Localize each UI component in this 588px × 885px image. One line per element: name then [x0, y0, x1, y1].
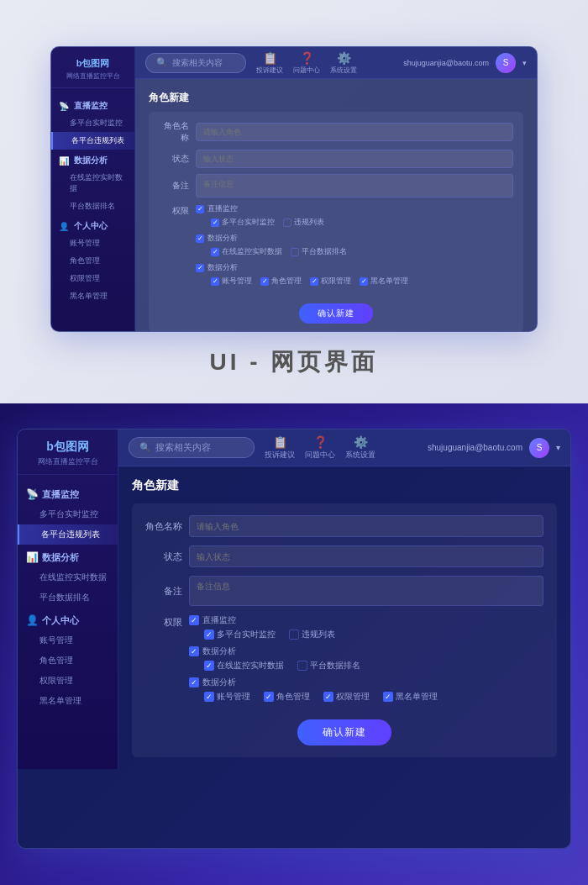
checkbox-realtime[interactable]: ✓: [211, 248, 219, 256]
avatar: S: [496, 53, 516, 73]
search-box[interactable]: 🔍 搜索相关内容: [145, 53, 246, 73]
sidebar-item-ranking[interactable]: 平台数据排名: [51, 198, 134, 215]
large-sidebar-item-multiplatform[interactable]: 多平台实时监控: [18, 504, 118, 524]
large-remark-input[interactable]: [189, 576, 543, 606]
checkbox-violations[interactable]: [283, 219, 291, 227]
large-browser-window: b包图网 网络直播监控平台 📡 直播监控 多平台实时监控 各平台违规列表 📊 数…: [17, 429, 571, 849]
large-search-box[interactable]: 🔍 搜索相关内容: [129, 437, 255, 458]
perm-child-account: ✓ 账号管理: [211, 276, 252, 287]
checkbox-role[interactable]: ✓: [260, 277, 269, 286]
large-checkbox-violations[interactable]: [289, 630, 299, 640]
large-perm-text-realtime: 在线监控实时数据: [217, 660, 284, 672]
large-perm-child-ranking: 平台数据排名: [297, 660, 360, 672]
large-page-title: 角色新建: [132, 478, 557, 493]
large-nav-settings[interactable]: ⚙️ 系统设置: [345, 435, 375, 461]
sidebar-item-realtime[interactable]: 在线监控实时数据: [51, 169, 134, 198]
large-name-row: 角色名称: [145, 515, 543, 537]
large-name-input[interactable]: [189, 515, 543, 537]
large-checkbox-realtime[interactable]: ✓: [204, 661, 214, 671]
perm-text-realtime: 在线监控实时数据: [222, 246, 282, 257]
top-section: b包图网 网络直播监控平台 📡 直播监控 多平台实时监控 各平台违规列表 📊 数…: [0, 0, 588, 403]
checkbox-perm[interactable]: ✓: [310, 277, 318, 286]
livestream-icon: 📡: [58, 100, 70, 112]
submit-button[interactable]: 确认新建: [299, 303, 373, 324]
nav-question[interactable]: ❓ 问题中心: [293, 51, 320, 75]
large-checkbox-livestream[interactable]: ✓: [189, 615, 199, 625]
large-sidebar-item-permissions[interactable]: 权限管理: [18, 671, 118, 691]
sidebar-item-permissions[interactable]: 权限管理: [51, 270, 134, 287]
header-right: shujuguanjia@baotu.com S ▾: [403, 53, 527, 73]
large-checkbox-multiplatform[interactable]: ✓: [204, 630, 214, 640]
data-icon: 📊: [58, 155, 70, 166]
large-header-nav: 📋 投诉建议 ❓ 问题中心 ⚙️ 系统设置: [265, 435, 375, 461]
large-logo-brand: b包图网: [26, 440, 109, 455]
status-input[interactable]: [196, 150, 513, 168]
name-input[interactable]: [196, 123, 513, 141]
large-nav-question[interactable]: ❓ 问题中心: [305, 435, 335, 461]
large-perm-parent-data: ✓ 数据分析: [189, 645, 543, 657]
sidebar-item-account[interactable]: 账号管理: [51, 234, 134, 252]
checkbox-personal[interactable]: ✓: [196, 264, 204, 272]
name-row: 角色名称: [159, 120, 513, 144]
nav-complaint[interactable]: 📋 投诉建议: [256, 51, 283, 75]
large-complaint-icon: 📋: [273, 435, 287, 449]
sidebar-item-violations[interactable]: 各平台违规列表: [51, 132, 134, 150]
checkbox-data[interactable]: ✓: [196, 234, 204, 243]
large-sidebar-item-blacklist[interactable]: 黑名单管理: [18, 691, 118, 711]
menu-section-data: 📊 数据分析: [51, 150, 134, 169]
perm-parent-data: ✓ 数据分析: [196, 233, 513, 244]
large-perm-text-multiplatform: 多平台实时监控: [217, 629, 276, 640]
large-checkbox-data[interactable]: ✓: [189, 646, 199, 656]
large-submit-button[interactable]: 确认新建: [297, 719, 391, 745]
large-checkbox-personal[interactable]: ✓: [189, 677, 199, 687]
large-sidebar-item-account[interactable]: 账号管理: [18, 630, 118, 651]
perm-text-ranking: 平台数据排名: [302, 246, 347, 257]
perm-text-data: 数据分析: [207, 233, 238, 244]
perm-text-personal: 数据分析: [207, 262, 238, 273]
large-checkbox-account[interactable]: ✓: [204, 692, 214, 702]
perm-parent-livestream: ✓ 直播监控: [196, 203, 513, 214]
large-logo-sub: 网络直播监控平台: [26, 456, 109, 467]
header-nav: 📋 投诉建议 ❓ 问题中心 ⚙️ 系统设置: [256, 51, 357, 75]
submit-row: 确认新建: [159, 303, 513, 324]
large-sidebar-item-ranking[interactable]: 平台数据排名: [18, 587, 118, 608]
sidebar-item-multiplatform[interactable]: 多平台实时监控: [51, 114, 134, 132]
large-sidebar-item-violations[interactable]: 各平台违规列表: [18, 524, 118, 545]
checkbox-ranking[interactable]: [291, 248, 299, 256]
large-checkbox-blacklist[interactable]: ✓: [383, 692, 393, 702]
perm-text-role: 角色管理: [271, 276, 302, 287]
large-livestream-icon: 📡: [26, 488, 38, 500]
perm-children-livestream: ✓ 多平台实时监控 违规列表: [196, 217, 513, 228]
large-search-icon: 🔍: [139, 442, 151, 453]
sidebar-item-blacklist[interactable]: 黑名单管理: [51, 287, 134, 305]
small-header: 🔍 搜索相关内容 📋 投诉建议 ❓ 问题中心 ⚙️: [135, 47, 537, 79]
permissions-content: ✓ 直播监控 ✓ 多平台实时监控: [196, 203, 513, 292]
settings-icon: ⚙️: [337, 51, 351, 65]
checkbox-multiplatform[interactable]: ✓: [211, 219, 219, 227]
large-checkbox-role[interactable]: ✓: [264, 692, 274, 702]
perm-text-blacklist: 黑名单管理: [370, 276, 408, 287]
checkbox-livestream[interactable]: ✓: [196, 205, 204, 213]
ui-label: UI - 网页界面: [210, 346, 379, 378]
large-sidebar-item-realtime[interactable]: 在线监控实时数据: [18, 567, 118, 587]
sidebar-item-role[interactable]: 角色管理: [51, 252, 134, 270]
small-browser-window: b包图网 网络直播监控平台 📡 直播监控 多平台实时监控 各平台违规列表 📊 数…: [50, 46, 538, 332]
large-status-input[interactable]: [189, 545, 543, 567]
large-data-icon: 📊: [26, 551, 38, 563]
large-perm-children-livestream: ✓ 多平台实时监控 违规列表: [189, 629, 543, 640]
large-sidebar-item-role[interactable]: 角色管理: [18, 651, 118, 671]
large-nav-complaint[interactable]: 📋 投诉建议: [265, 435, 295, 461]
nav-settings[interactable]: ⚙️ 系统设置: [330, 51, 357, 75]
checkbox-account[interactable]: ✓: [211, 277, 219, 286]
large-checkbox-ranking[interactable]: [297, 661, 307, 671]
large-perm-text-account: 账号管理: [217, 691, 250, 703]
checkbox-blacklist[interactable]: ✓: [360, 277, 368, 286]
large-chevron-down-icon: ▾: [556, 443, 560, 452]
large-sidebar-logo: b包图网 网络直播监控平台: [18, 429, 118, 475]
large-sidebar-menu: 📡 直播监控 多平台实时监控 各平台违规列表 📊 数据分析 在线监控实时数据 平…: [18, 475, 118, 769]
remark-input[interactable]: [196, 174, 513, 198]
large-perm-child-role: ✓ 角色管理: [264, 691, 310, 703]
large-checkbox-perm[interactable]: ✓: [323, 692, 333, 702]
large-perm-group-personal: ✓ 数据分析 ✓ 账号管理: [189, 677, 543, 703]
complaint-icon: 📋: [263, 51, 277, 65]
